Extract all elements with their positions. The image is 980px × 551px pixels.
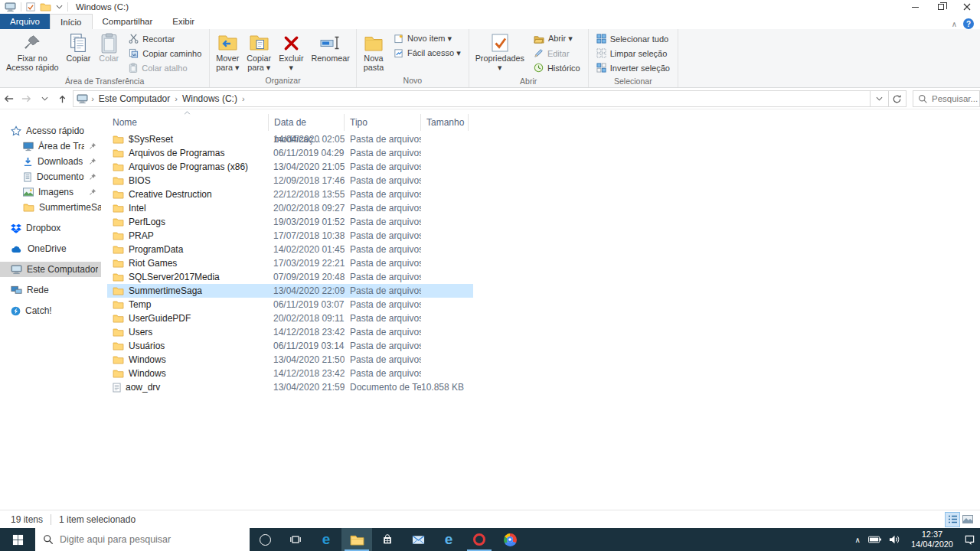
explorer-search[interactable] [913, 90, 980, 107]
novo-item-button[interactable]: Novo item ▾ [391, 31, 463, 46]
limpar-selecao-button[interactable]: Limpar seleção [594, 46, 672, 60]
column-header-tipo[interactable]: Tipo [345, 114, 421, 131]
breadcrumb-segment-este-computador[interactable]: Este Computador [97, 93, 172, 104]
copiar-button[interactable]: Copiar [62, 30, 94, 76]
column-header-nome[interactable]: Nome [107, 114, 268, 131]
folder-icon [113, 314, 124, 323]
taskbar-store-button[interactable] [372, 528, 403, 551]
pictures-icon [23, 187, 34, 197]
propriedades-button[interactable]: Propriedades▾ [472, 30, 528, 76]
address-dropdown-icon[interactable] [871, 90, 888, 107]
taskbar-task-view-button[interactable] [280, 528, 311, 551]
column-header-data-de-modificac[interactable]: Data de modificaç... [268, 114, 345, 131]
taskbar-cortana-button[interactable] [250, 528, 280, 551]
details-view-icon[interactable] [945, 512, 960, 527]
breadcrumb[interactable]: ›Este Computador›Windows (C:)› [73, 90, 871, 107]
battery-icon[interactable] [868, 536, 881, 543]
file-row[interactable]: aow_drv13/04/2020 21:59Documento de Te..… [107, 380, 473, 394]
fixar-no-acesso-rapido-button[interactable]: Fixar noAcesso rápido [2, 30, 62, 76]
refresh-icon[interactable] [889, 90, 906, 107]
excluir-button[interactable]: Excluir▾ [275, 30, 307, 76]
file-row[interactable]: SummertimeSaga13/04/2020 22:09Pasta de a… [107, 284, 473, 298]
new-folder-quick-icon[interactable] [40, 2, 51, 11]
file-row[interactable]: Temp06/11/2019 03:07Pasta de arquivos [107, 298, 473, 311]
breadcrumb-segment-windows-c[interactable]: Windows (C:) [181, 93, 239, 104]
sidebar-item-onedrive[interactable]: OneDrive [0, 241, 101, 256]
action-center-icon[interactable] [964, 534, 975, 546]
minimize-button[interactable] [902, 0, 928, 14]
tab-exibir[interactable]: Exibir [162, 14, 204, 29]
file-row[interactable]: Usuários06/11/2019 03:14Pasta de arquivo… [107, 339, 473, 353]
file-row[interactable]: Windows13/04/2020 21:50Pasta de arquivos [107, 353, 473, 367]
sidebar-item-documentos[interactable]: Documentos [0, 169, 101, 184]
taskbar-chrome-button[interactable] [495, 528, 525, 551]
taskbar-search-input[interactable] [60, 534, 228, 545]
taskbar-opera-button[interactable] [464, 528, 495, 551]
tab-inicio[interactable]: Início [50, 14, 93, 29]
sidebar-item-catch[interactable]: Catch! [0, 303, 101, 318]
volume-icon[interactable] [889, 535, 900, 544]
copiar-para-button[interactable]: Copiarpara ▾ [243, 30, 275, 76]
file-row[interactable]: BIOS12/09/2018 17:46Pasta de arquivos [107, 174, 473, 187]
file-row[interactable]: Riot Games17/03/2019 22:21Pasta de arqui… [107, 256, 473, 270]
taskbar-mail-button[interactable] [403, 528, 433, 551]
forward-icon[interactable] [18, 90, 35, 108]
sidebar-item-imagens[interactable]: Imagens [0, 184, 101, 200]
tab-arquivo[interactable]: Arquivo [0, 14, 50, 29]
recortar-button[interactable]: Recortar [126, 31, 204, 46]
back-icon[interactable] [0, 90, 18, 108]
sidebar-item-summertimesaga[interactable]: SummertimeSaga [0, 200, 101, 215]
file-row[interactable]: PerfLogs19/03/2019 01:52Pasta de arquivo… [107, 215, 473, 229]
sidebar-item-dropbox[interactable]: Dropbox [0, 220, 101, 236]
sidebar-item-downloads[interactable]: Downloads [0, 154, 101, 169]
nova-pasta-button[interactable]: Novapasta [359, 30, 388, 76]
colar-button[interactable]: Colar [94, 30, 123, 76]
tab-compartilhar[interactable]: Compartilhar [93, 14, 163, 29]
properties-check-icon[interactable] [26, 2, 35, 11]
selecionar-tudo-button[interactable]: Selecionar tudo [594, 31, 672, 46]
mover-para-button[interactable]: Moverpara ▾ [212, 30, 243, 76]
file-row[interactable]: Windows14/12/2018 23:42Pasta de arquivos [107, 367, 473, 380]
file-row[interactable]: Users14/12/2018 23:42Pasta de arquivos [107, 325, 473, 339]
sidebar-item-rede[interactable]: Rede [0, 282, 101, 298]
file-row[interactable]: Creative Destruction22/12/2018 13:55Past… [107, 187, 473, 201]
sidebar-item-area-de-trabalho[interactable]: Área de Trabalho [0, 139, 101, 154]
inverter-selecao-button[interactable]: Inverter seleção [594, 60, 672, 75]
up-icon[interactable] [54, 90, 71, 108]
restore-button[interactable] [928, 0, 954, 14]
store-icon [382, 534, 393, 546]
thumbnail-view-icon[interactable] [960, 512, 975, 527]
file-row[interactable]: Arquivos de Programas06/11/2019 04:29Pas… [107, 146, 473, 160]
taskbar-edge-button[interactable]: e [311, 528, 341, 551]
pin-small-icon [89, 142, 96, 150]
help-icon[interactable]: ? [963, 18, 974, 29]
abrir-button[interactable]: Abrir ▾ [531, 31, 583, 46]
recent-locations-chevron-icon[interactable] [36, 90, 54, 108]
column-header-tamanho[interactable]: Tamanho [421, 114, 469, 131]
file-row[interactable]: SQLServer2017Media07/09/2019 20:48Pasta … [107, 270, 473, 284]
sidebar-item-acesso-rapido[interactable]: Acesso rápido [0, 123, 101, 139]
historico-button[interactable]: Histórico [531, 60, 583, 75]
start-icon[interactable] [0, 528, 35, 551]
clock[interactable]: 12:37 14/04/2020 [908, 530, 956, 549]
quick-access-star-icon [11, 126, 21, 136]
copiar-caminho-button[interactable]: Copiar caminho [126, 46, 204, 60]
facil-acesso-button[interactable]: Fácil acesso ▾ [391, 46, 463, 60]
colar-atalho-button[interactable]: Colar atalho [126, 60, 204, 75]
file-row[interactable]: Intel20/02/2018 09:27Pasta de arquivos [107, 201, 473, 215]
close-button[interactable] [954, 0, 980, 14]
chevron-down-icon[interactable] [56, 5, 63, 9]
sidebar-item-este-computador[interactable]: Este Computador [0, 262, 101, 277]
taskbar-internet-explorer-button[interactable]: e [433, 528, 464, 551]
chevron-up-icon[interactable]: ∧ [855, 536, 861, 544]
file-row[interactable]: UserGuidePDF20/02/2018 09:11Pasta de arq… [107, 311, 473, 325]
file-row[interactable]: ProgramData14/02/2020 01:45Pasta de arqu… [107, 243, 473, 256]
collapse-ribbon-icon[interactable]: ∧ [952, 20, 957, 28]
search-input[interactable] [932, 94, 978, 103]
file-row[interactable]: PRAP17/07/2018 10:38Pasta de arquivos [107, 229, 473, 243]
editar-button[interactable]: Editar [531, 46, 583, 60]
taskbar-search[interactable] [35, 528, 250, 551]
file-row[interactable]: Arquivos de Programas (x86)13/04/2020 21… [107, 160, 473, 174]
renomear-button[interactable]: Renomear [308, 30, 354, 76]
taskbar-file-explorer-button[interactable] [341, 528, 372, 551]
